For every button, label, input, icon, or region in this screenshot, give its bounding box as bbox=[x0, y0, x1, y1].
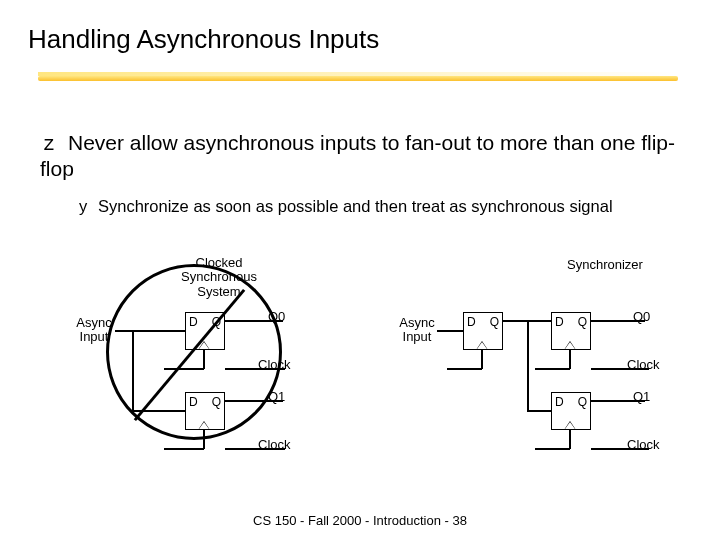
ff-q-label: Q bbox=[212, 395, 221, 409]
bullet-marker-y-icon: y bbox=[76, 196, 90, 217]
label-async-input-left: Async Input bbox=[72, 316, 116, 345]
ff-d-label: D bbox=[555, 395, 564, 409]
bullet-level-1: zNever allow asynchronous inputs to fan-… bbox=[40, 130, 680, 183]
label-q0-left: Q0 bbox=[268, 310, 285, 324]
ff-q-label: Q bbox=[578, 395, 587, 409]
label-clock-1-left: Clock bbox=[258, 438, 291, 452]
label-clock-0-left: Clock bbox=[258, 358, 291, 372]
flip-flop-1-left: D Q bbox=[185, 392, 225, 430]
label-synchronizer: Synchronizer bbox=[567, 258, 643, 272]
bullet-level-2: ySynchronize as soon as possible and the… bbox=[76, 196, 676, 217]
bullet-marker-z-icon: z bbox=[40, 130, 58, 156]
label-q1-right: Q1 bbox=[633, 390, 650, 404]
diagram-correct: Synchronizer Async Input D Q D Q Q0 Cloc… bbox=[395, 258, 685, 478]
label-clock-0-right: Clock bbox=[627, 358, 660, 372]
flip-flop-1-right: D Q bbox=[551, 392, 591, 430]
ff-d-label: D bbox=[189, 315, 198, 329]
label-q0-right: Q0 bbox=[633, 310, 650, 324]
bullet-1-text: Never allow asynchronous inputs to fan-o… bbox=[40, 131, 675, 180]
label-clock-1-right: Clock bbox=[627, 438, 660, 452]
label-async-input-right: Async Input bbox=[395, 316, 439, 345]
title-underline bbox=[38, 72, 678, 86]
ff-q-label: Q bbox=[578, 315, 587, 329]
label-clocked-system: Clocked Synchronous System bbox=[174, 256, 264, 299]
ff-d-label: D bbox=[555, 315, 564, 329]
slide-title: Handling Asynchronous Inputs bbox=[28, 24, 379, 55]
ff-d-label: D bbox=[189, 395, 198, 409]
bullet-2-text: Synchronize as soon as possible and then… bbox=[98, 197, 613, 215]
label-q1-left: Q1 bbox=[268, 390, 285, 404]
slide-footer: CS 150 - Fall 2000 - Introduction - 38 bbox=[0, 513, 720, 528]
flip-flop-0-right: D Q bbox=[551, 312, 591, 350]
diagram-forbidden: Clocked Synchronous System Async Input D… bbox=[60, 258, 360, 478]
